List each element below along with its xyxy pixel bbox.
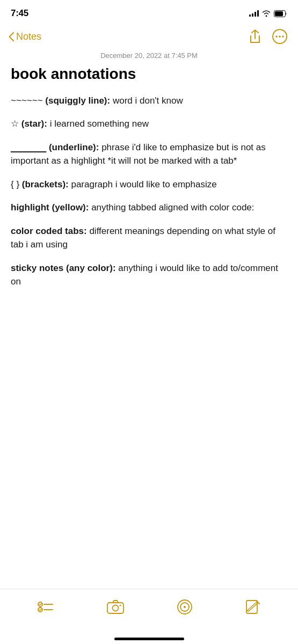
stickynotes-label: sticky notes (any color): — [11, 263, 116, 273]
markup-button[interactable] — [173, 595, 197, 619]
signal-icon — [249, 10, 259, 17]
status-time: 7:45 — [11, 8, 28, 19]
more-button[interactable] — [270, 27, 289, 46]
note-content: December 20, 2022 at 7:45 PM book annota… — [0, 52, 298, 589]
squiggly-label: (squiggly line): — [43, 96, 111, 106]
entry-underline: _______ (underline): phrase i'd like to … — [11, 141, 287, 168]
svg-point-11 — [112, 605, 118, 611]
share-button[interactable] — [246, 27, 264, 46]
note-title: book annotations — [11, 65, 287, 83]
nav-bar: Notes — [0, 24, 298, 52]
brackets-desc: paragraph i would like to emphasize — [69, 179, 217, 189]
status-icons — [249, 10, 287, 17]
star-label: (star): — [19, 119, 47, 129]
svg-point-4 — [279, 35, 281, 38]
nav-actions — [246, 27, 289, 46]
entry-colortabs: color coded tabs: different meanings dep… — [11, 224, 287, 252]
battery-icon — [274, 10, 287, 17]
wifi-icon — [262, 10, 271, 17]
svg-rect-1 — [275, 11, 283, 16]
svg-point-15 — [184, 606, 186, 608]
entry-brackets: { } (brackets): paragraph i would like t… — [11, 178, 287, 192]
svg-rect-10 — [107, 603, 123, 613]
entry-squiggly: ~~~~~~ (squiggly line): word i don't kno… — [11, 94, 287, 108]
status-bar: 7:45 — [0, 0, 298, 24]
svg-point-12 — [119, 605, 121, 606]
svg-point-3 — [275, 35, 278, 38]
entry-stickynotes: sticky notes (any color): anything i wou… — [11, 261, 287, 289]
checklist-button[interactable] — [33, 595, 58, 619]
highlight-desc: anything tabbed aligned with color code: — [89, 202, 254, 213]
underline-symbol: _______ — [11, 142, 46, 152]
back-button[interactable]: Notes — [9, 31, 41, 42]
home-indicator — [0, 633, 298, 644]
note-date: December 20, 2022 at 7:45 PM — [11, 52, 287, 60]
entry-star: ☆ (star): i learned something new — [11, 117, 287, 131]
svg-point-5 — [282, 35, 284, 38]
note-body: ~~~~~~ (squiggly line): word i don't kno… — [11, 94, 287, 289]
underline-label: (underline): — [46, 142, 99, 152]
highlight-label: highlight (yellow): — [11, 202, 89, 213]
bottom-toolbar — [0, 589, 298, 633]
camera-button[interactable] — [103, 596, 128, 618]
star-symbol: ☆ — [11, 119, 19, 129]
back-label: Notes — [16, 31, 41, 42]
squiggly-symbol: ~~~~~~ — [11, 96, 43, 106]
star-desc: i learned something new — [47, 119, 149, 129]
compose-button[interactable] — [241, 595, 265, 619]
entry-highlight: highlight (yellow): anything tabbed alig… — [11, 201, 287, 215]
home-indicator-bar — [114, 638, 184, 640]
squiggly-desc: word i don't know — [110, 96, 183, 106]
brackets-symbol: { } — [11, 179, 19, 189]
brackets-label: (brackets): — [19, 179, 69, 189]
colortabs-label: color coded tabs: — [11, 226, 87, 236]
